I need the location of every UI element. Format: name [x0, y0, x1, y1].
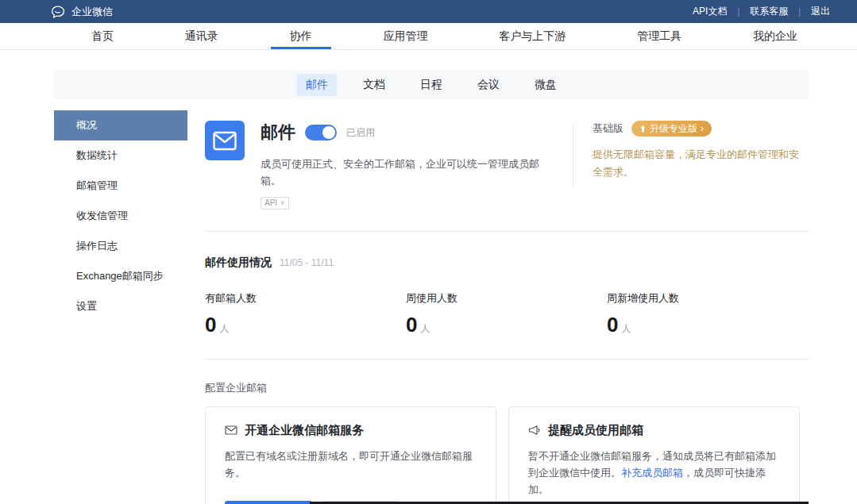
toggle-knob: [322, 126, 335, 139]
card-description: 配置已有域名或注册新域名，即可开通企业微信邮箱服务。: [225, 448, 477, 482]
megaphone-icon: [528, 425, 541, 436]
vertical-divider: [573, 122, 573, 187]
envelope-icon: [225, 425, 237, 436]
topbar-links: API文档 ｜ 联系客服 ｜ 退出: [693, 5, 830, 18]
sidebar-item-mailbox-management[interactable]: 邮箱管理: [54, 171, 187, 201]
chevron-right-icon: ›: [701, 123, 704, 134]
collab-tabstrip: 邮件 文档 日程 会议 微盘: [54, 70, 809, 99]
topbar: 企业微信 API文档 ｜ 联系客服 ｜ 退出: [0, 0, 857, 23]
page-container: 邮件 文档 日程 会议 微盘 概况 数据统计 邮箱管理 收发信管理 操作日志 E…: [0, 50, 857, 504]
card-description: 暂不开通企业微信邮箱服务，通知成员将已有邮箱添加到企业微信中使用。补充成员邮箱，…: [528, 448, 780, 498]
divider: [205, 231, 809, 232]
tab-drive[interactable]: 微盘: [526, 74, 566, 96]
divider: ｜: [734, 6, 743, 17]
main-panel: 邮件 已启用 成员可使用正式、安全的工作邮箱，企业可以统一管理成员邮箱。 API…: [187, 99, 809, 504]
nav-item-app-management[interactable]: 应用管理: [383, 23, 427, 49]
stat-unit: 人: [219, 322, 229, 336]
card-title: 开通企业微信邮箱服务: [245, 423, 364, 438]
card-remind-members: 提醒成员使用邮箱 暂不开通企业微信邮箱服务，通知成员将已有邮箱添加到企业微信中使…: [508, 406, 800, 504]
sidebar-item-exchange-sync[interactable]: Exchange邮箱同步: [54, 261, 187, 291]
tab-meeting[interactable]: 会议: [469, 74, 508, 96]
chevron-down-icon: ∨: [280, 199, 285, 206]
stat-value: 0: [406, 313, 417, 337]
app-info: 邮件 已启用 成员可使用正式、安全的工作邮箱，企业可以统一管理成员邮箱。 API…: [261, 121, 557, 210]
divider: ｜: [795, 6, 804, 17]
stat-value: 0: [607, 313, 618, 337]
api-tag-label: API: [264, 198, 277, 207]
plan-label: 基础版: [593, 121, 623, 136]
status-text: 已启用: [346, 126, 375, 140]
upgrade-badge[interactable]: 升级专业版 ›: [631, 121, 712, 137]
config-cards: 开通企业微信邮箱服务 配置已有域名或注册新域名，即可开通企业微信邮箱服务。 配置…: [205, 406, 809, 504]
upgrade-rocket-icon: [639, 125, 647, 133]
stat-label: 有邮箱人数: [205, 291, 406, 306]
usage-section-title: 邮件使用情况: [205, 256, 272, 270]
configure-domain-button[interactable]: 配置已有域名: [225, 501, 312, 504]
config-section-title: 配置企业邮箱: [205, 381, 809, 395]
card-activate-mailbox: 开通企业微信邮箱服务 配置已有域名或注册新域名，即可开通企业微信邮箱服务。 配置…: [205, 406, 496, 504]
divider: [205, 359, 809, 360]
app-description: 成员可使用正式、安全的工作邮箱，企业可以统一管理成员邮箱。: [261, 156, 557, 190]
stat-unit: 人: [420, 322, 430, 336]
add-member-email-link[interactable]: 补充成员邮箱: [621, 467, 683, 479]
mail-app-icon: [205, 121, 245, 160]
stat-label: 周使用人数: [406, 291, 607, 306]
content: 概况 数据统计 邮箱管理 收发信管理 操作日志 Exchange邮箱同步 设置: [54, 99, 809, 504]
stat-mailbox-users: 有邮箱人数 0 人: [205, 291, 406, 337]
sidebar-item-operation-log[interactable]: 操作日志: [54, 231, 187, 261]
nav-item-admin-tools[interactable]: 管理工具: [637, 23, 681, 49]
logout-link[interactable]: 退出: [811, 5, 830, 18]
mail-enabled-toggle[interactable]: [305, 125, 337, 140]
page-title: 邮件: [261, 121, 295, 144]
usage-stats: 有邮箱人数 0 人 周使用人数 0 人 周新增使用人数 0: [205, 291, 809, 337]
plan-description: 提供无限邮箱容量，满足专业的邮件管理和安全需求。: [593, 146, 809, 181]
nav-item-customers[interactable]: 客户与上下游: [499, 23, 566, 49]
sidebar-item-send-receive[interactable]: 收发信管理: [54, 201, 187, 231]
app-title: 企业微信: [71, 5, 113, 19]
sidebar-item-overview[interactable]: 概况: [54, 110, 187, 140]
api-docs-link[interactable]: API文档: [693, 5, 727, 18]
nav-item-my-company[interactable]: 我的企业: [753, 23, 797, 49]
main-nav: 首页 通讯录 协作 应用管理 客户与上下游 管理工具 我的企业: [0, 23, 857, 50]
plan-panel: 基础版 升级专业版 › 提供无限邮箱容量，满足专业的邮件管理和安全需求。: [593, 121, 809, 210]
stat-weekly-users: 周使用人数 0 人: [406, 291, 607, 337]
contact-support-link[interactable]: 联系客服: [750, 5, 788, 18]
nav-item-collaboration[interactable]: 协作: [290, 23, 312, 49]
upgrade-badge-label: 升级专业版: [650, 122, 697, 136]
stat-unit: 人: [621, 322, 631, 336]
wecom-logo-icon: [51, 6, 65, 18]
stat-weekly-new-users: 周新增使用人数 0 人: [607, 291, 808, 337]
tab-docs[interactable]: 文档: [354, 74, 394, 96]
api-dropdown[interactable]: API ∨: [261, 197, 289, 210]
nav-item-contacts[interactable]: 通讯录: [185, 23, 218, 49]
usage-date-range: 11/05 - 11/11: [280, 257, 334, 268]
nav-item-home[interactable]: 首页: [91, 23, 114, 49]
card-title: 提醒成员使用邮箱: [548, 423, 643, 438]
sidebar-item-settings[interactable]: 设置: [54, 291, 187, 321]
stat-label: 周新增使用人数: [607, 291, 808, 306]
sidebar-item-statistics[interactable]: 数据统计: [54, 140, 187, 171]
tab-mail[interactable]: 邮件: [297, 74, 337, 96]
app-header: 邮件 已启用 成员可使用正式、安全的工作邮箱，企业可以统一管理成员邮箱。 API…: [205, 121, 809, 210]
tab-schedule[interactable]: 日程: [411, 74, 451, 96]
sidebar: 概况 数据统计 邮箱管理 收发信管理 操作日志 Exchange邮箱同步 设置: [54, 99, 187, 504]
logo[interactable]: 企业微信: [51, 5, 113, 19]
stat-value: 0: [205, 313, 216, 337]
